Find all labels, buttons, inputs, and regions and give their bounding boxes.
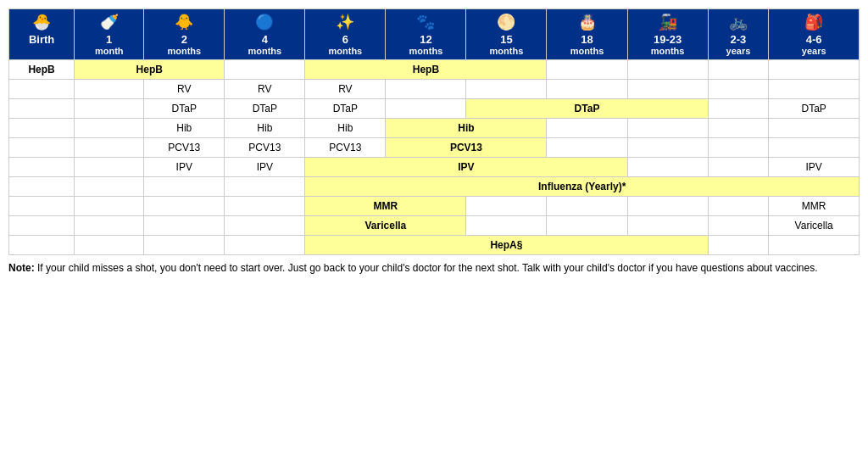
dtap-12mo-empty xyxy=(386,99,466,119)
ipv-6-18mo: IPV xyxy=(305,158,627,177)
varicella-1mo-empty xyxy=(75,216,144,236)
header-19-23months: 🚂 19-23 months xyxy=(627,9,708,60)
hepb-1-2mo: HepB xyxy=(75,60,225,80)
rv-row: RV RV RV xyxy=(9,80,860,99)
rv-4mo: RV xyxy=(225,80,305,99)
hib-4-6yr-empty xyxy=(769,119,860,138)
pcv13-18mo-empty xyxy=(547,138,627,158)
pcv13-label xyxy=(9,138,75,158)
varicella-4mo-empty xyxy=(225,216,305,236)
ipv-4-6yr: IPV xyxy=(769,158,860,177)
pcv13-2-3yr-empty xyxy=(708,138,769,158)
ipv-4mo: IPV xyxy=(225,158,305,177)
rv-19-23mo-empty xyxy=(627,80,708,99)
varicella-row: Varicella Varicella xyxy=(9,216,860,236)
2months-icon: 🐥 xyxy=(146,13,222,31)
rv-18mo-empty xyxy=(547,80,627,99)
hepa-row: HepA§ xyxy=(9,236,860,255)
hib-2-3yr-empty xyxy=(708,119,769,138)
mmr-18mo-empty xyxy=(547,197,627,216)
header-15months: 🌕 15 months xyxy=(466,9,547,60)
18months-icon: 🎂 xyxy=(548,13,625,31)
hepb-2-3yr-empty xyxy=(708,60,769,80)
pcv13-1mo-empty xyxy=(75,138,144,158)
hepa-4mo-empty xyxy=(225,236,305,255)
header-4months: 🔵 4 months xyxy=(225,9,305,60)
ipv-label xyxy=(9,158,75,177)
note-bold: Note: xyxy=(8,262,35,274)
pcv13-row: PCV13 PCV13 PCV13 PCV13 xyxy=(9,138,860,158)
hepa-2mo-empty xyxy=(144,236,225,255)
varicella-6-12mo: Varicella xyxy=(305,216,466,236)
mmr-4-6yr: MMR xyxy=(769,197,860,216)
rv-15mo-empty xyxy=(466,80,547,99)
varicella-4-6yr: Varicella xyxy=(769,216,860,236)
hepa-2-3yr-empty xyxy=(708,236,769,255)
vaccine-schedule-table: 🐣 Birth 🍼 1 month 🐥 2 months 🔵 4 months xyxy=(8,8,860,255)
varicella-19-23mo-empty xyxy=(627,216,708,236)
rv-4-6yr-empty xyxy=(769,80,860,99)
rv-6mo: RV xyxy=(305,80,386,99)
rv-12mo-empty xyxy=(386,80,466,99)
hib-19-23mo-empty xyxy=(627,119,708,138)
mmr-19-23mo-empty xyxy=(627,197,708,216)
header-18months: 🎂 18 months xyxy=(547,9,627,60)
hepb-18mo-empty xyxy=(547,60,627,80)
2-3years-icon: 🚲 xyxy=(710,13,767,31)
rv-label xyxy=(9,80,75,99)
mmr-6-12mo: MMR xyxy=(305,197,466,216)
12months-icon: 🐾 xyxy=(387,13,464,31)
influenza-6mo-onward: Influenza (Yearly)* xyxy=(305,177,860,197)
hib-6mo: Hib xyxy=(305,119,386,138)
hib-12-15mo: Hib xyxy=(386,119,547,138)
dtap-15-18mo: DTaP xyxy=(466,99,708,119)
header-1month: 🍼 1 month xyxy=(75,9,144,60)
header-4-6years: 🎒 4-6 years xyxy=(769,9,860,60)
mmr-4mo-empty xyxy=(225,197,305,216)
hib-label xyxy=(9,119,75,138)
hepb-6-15mo: HepB xyxy=(305,60,547,80)
mmr-15mo-empty xyxy=(466,197,547,216)
influenza-4mo-empty xyxy=(225,177,305,197)
hib-4mo: Hib xyxy=(225,119,305,138)
birth-icon: 🐣 xyxy=(11,13,72,31)
header-6months: ✨ 6 months xyxy=(305,9,386,60)
dtap-4-6yr: DTaP xyxy=(769,99,860,119)
note-text: If your child misses a shot, you don't n… xyxy=(37,262,817,274)
hepb-4mo-empty xyxy=(225,60,305,80)
dtap-6mo: DTaP xyxy=(305,99,386,119)
19-23months-icon: 🚂 xyxy=(630,13,706,31)
ipv-2mo: IPV xyxy=(144,158,225,177)
varicella-18mo-empty xyxy=(547,216,627,236)
pcv13-19-23mo-empty xyxy=(627,138,708,158)
hib-row: Hib Hib Hib Hib xyxy=(9,119,860,138)
influenza-label xyxy=(9,177,75,197)
mmr-2-3yr-empty xyxy=(708,197,769,216)
hepb-19-23mo-empty xyxy=(627,60,708,80)
pcv13-4mo: PCV13 xyxy=(225,138,305,158)
mmr-label xyxy=(9,197,75,216)
rv-2mo: RV xyxy=(144,80,225,99)
header-birth: 🐣 Birth xyxy=(9,9,75,60)
hepb-row: HepB HepB HepB xyxy=(9,60,860,80)
ipv-2-3yr-empty xyxy=(708,158,769,177)
header-2months: 🐥 2 months xyxy=(144,9,225,60)
varicella-label xyxy=(9,216,75,236)
dtap-2-3yr-empty xyxy=(708,99,769,119)
hepb-label: HepB xyxy=(9,60,75,80)
pcv13-12-15mo: PCV13 xyxy=(386,138,547,158)
hepa-6-19mo: HepA§ xyxy=(305,236,708,255)
header-2-3years: 🚲 2-3 years xyxy=(708,9,769,60)
dtap-row: DTaP DTaP DTaP DTaP DTaP xyxy=(9,99,860,119)
pcv13-4-6yr-empty xyxy=(769,138,860,158)
rv-1mo-empty xyxy=(75,80,144,99)
hib-2mo: Hib xyxy=(144,119,225,138)
1month-icon: 🍼 xyxy=(76,13,142,31)
varicella-15mo-empty xyxy=(466,216,547,236)
dtap-1mo-empty xyxy=(75,99,144,119)
influenza-1mo-empty xyxy=(75,177,144,197)
rv-2-3yr-empty xyxy=(708,80,769,99)
ipv-19-23mo-empty xyxy=(627,158,708,177)
hepa-1mo-empty xyxy=(75,236,144,255)
hepb-4-6yr-empty xyxy=(769,60,860,80)
